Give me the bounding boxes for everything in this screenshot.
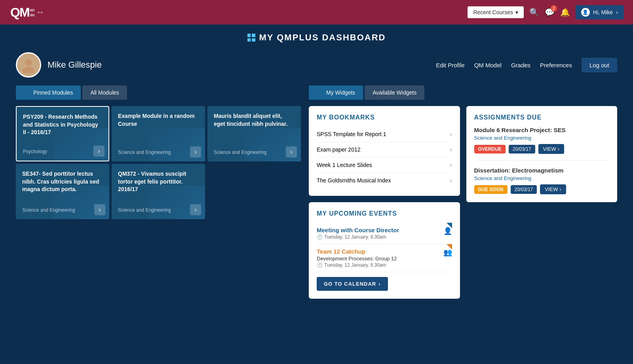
tab-available-widgets[interactable]: Available Widgets [365, 85, 424, 100]
main-content: MY QMPLUS DASHBOARD Mike Gillespie Edit … [0, 25, 633, 321]
event-item: Team 12 Catchup Development Processes: G… [317, 244, 452, 272]
assignments-widget: ASSIGNMENTS DUE Module 6 Research Projec… [466, 106, 618, 202]
tab-my-widgets[interactable]: My Widgets [309, 85, 363, 100]
bookmark-item[interactable]: Exam paper 2012 › [317, 142, 452, 157]
event-time: 🕐 Tuesday, 12 January, 9.30am [317, 234, 399, 240]
bookmark-arrow-icon: › [450, 146, 452, 153]
events-widget: MY UPCOMING EVENTS Meeting with Course D… [309, 202, 460, 299]
module-card[interactable]: SE347- Sed porttitor lectus nibh. Cras u… [16, 164, 109, 219]
view-assignment-button[interactable]: VIEW › [538, 144, 565, 154]
widgets-section: My Widgets Available Widgets MY BOOKMARK… [309, 85, 617, 305]
hi-label: Hi, Mike [593, 9, 613, 15]
module-card[interactable]: PSY209 - Research Methods and Statistics… [16, 106, 109, 161]
assignment-actions: DUE SOON 20/03/17 VIEW › [474, 184, 610, 194]
overdue-badge: OVERDUE [474, 145, 506, 154]
module-category: Psychology [23, 149, 102, 154]
assignments-title: ASSIGNMENTS DUE [474, 114, 610, 121]
tab-pinned-modules[interactable]: Pinned Modules [16, 85, 81, 100]
module-category: Science and Engineering [118, 207, 199, 213]
bookmark-item[interactable]: SPSS Template for Report 1 › [317, 127, 452, 142]
modules-section: Pinned Modules All Modules PSY209 - Rese… [16, 85, 301, 305]
bookmarks-widget: MY BOOKMARKS SPSS Template for Report 1 … [309, 106, 460, 196]
module-category: Science and Engineering [118, 150, 199, 155]
module-card[interactable]: QM372 - Vivamus suscipit tortor eget fel… [112, 164, 205, 219]
module-title: QM372 - Vivamus suscipit tortor eget fel… [118, 170, 199, 193]
content-area: Pinned Modules All Modules PSY209 - Rese… [16, 85, 617, 305]
bookmark-label: Exam paper 2012 [317, 146, 361, 153]
module-arrow-icon[interactable]: › [94, 204, 105, 215]
clock-icon: 🕐 [317, 262, 323, 268]
recent-courses-button[interactable]: Recent Courses ▾ [468, 6, 523, 18]
bookmark-item[interactable]: Week 1 Lecture Slides › [317, 157, 452, 173]
preferences-link[interactable]: Preferences [540, 62, 572, 68]
tab-all-modules[interactable]: All Modules [82, 85, 127, 100]
messages-icon[interactable]: 💬 2 [545, 8, 555, 17]
module-arrow-icon[interactable]: › [190, 204, 201, 215]
event-title[interactable]: Team 12 Catchup [317, 248, 397, 255]
calendar-arrow-icon: › [378, 281, 380, 287]
profile-actions: Edit Profile QM Model Grades Preferences… [436, 58, 617, 72]
modules-tab-bar: Pinned Modules All Modules [16, 85, 301, 100]
go-to-calendar-button[interactable]: GO TO CALENDAR › [317, 277, 388, 291]
module-title: Mauris blandit aliquet elit, eget tincid… [214, 112, 295, 128]
logout-button[interactable]: Log out [582, 58, 617, 72]
search-icon[interactable]: 🔍 [529, 8, 539, 17]
assignment-course[interactable]: Science and Engineering [474, 175, 610, 181]
svg-point-0 [25, 59, 32, 66]
assignments-widget-wrapper: ASSIGNMENTS DUE Module 6 Research Projec… [466, 106, 618, 305]
events-title: MY UPCOMING EVENTS [317, 210, 452, 217]
event-time: 🕐 Tuesday, 12 January, 9.30am [317, 262, 397, 268]
recent-courses-label: Recent Courses [473, 9, 513, 15]
avatar [16, 52, 41, 78]
bookmark-label: The Goldsmiths Musical Index [317, 177, 391, 184]
assignment-actions: OVERDUE 20/03/17 VIEW › [474, 144, 610, 154]
left-widgets: MY BOOKMARKS SPSS Template for Report 1 … [309, 106, 460, 305]
module-arrow-icon[interactable]: › [190, 146, 201, 157]
event-title[interactable]: Meeting with Course Director [317, 227, 399, 233]
module-grid: PSY209 - Research Methods and Statistics… [16, 106, 301, 219]
module-card[interactable]: Example Module in a random Course Scienc… [112, 106, 205, 161]
assignment-course[interactable]: Science and Engineering [474, 135, 610, 141]
module-title: SE347- Sed porttitor lectus nibh. Cras u… [22, 170, 103, 193]
logo[interactable]: QM ensu ↔ [10, 6, 44, 19]
notifications-icon[interactable]: 🔔 [560, 8, 570, 17]
bookmarks-title: MY BOOKMARKS [317, 114, 452, 121]
module-title: PSY209 - Research Methods and Statistics… [23, 113, 102, 136]
grades-link[interactable]: Grades [511, 62, 530, 68]
clock-icon: 🕐 [317, 234, 323, 240]
module-card[interactable]: Mauris blandit aliquet elit, eget tincid… [207, 106, 301, 161]
due-soon-badge: DUE SOON [474, 185, 508, 194]
module-arrow-icon[interactable]: › [93, 146, 105, 157]
username: Mike Gillespie [48, 60, 102, 70]
due-date-badge: 20/03/17 [509, 145, 535, 154]
event-flag-icon [447, 244, 452, 250]
user-menu-button[interactable]: 👤 Hi, Mike › [576, 5, 623, 19]
bookmark-arrow-icon: › [450, 177, 452, 184]
bookmark-label: SPSS Template for Report 1 [317, 131, 386, 137]
bookmark-label: Week 1 Lecture Slides [317, 162, 372, 168]
dashboard-title: MY QMPLUS DASHBOARD [16, 32, 617, 43]
module-category: Science and Engineering [214, 150, 295, 155]
view-assignment-button[interactable]: VIEW › [540, 184, 566, 194]
bookmark-item[interactable]: The Goldsmiths Musical Index › [317, 173, 452, 188]
assignment-title: Dissertation: Electromagnetism [474, 167, 610, 174]
profile-row: Mike Gillespie Edit Profile QM Model Gra… [16, 52, 617, 78]
assignment-item: Dissertation: Electromagnetism Science a… [474, 167, 610, 194]
messages-badge: 2 [551, 5, 557, 11]
bookmark-list: SPSS Template for Report 1 › Exam paper … [317, 127, 452, 188]
edit-profile-link[interactable]: Edit Profile [436, 62, 465, 68]
module-category: Science and Engineering [22, 207, 103, 213]
qm-model-link[interactable]: QM Model [474, 62, 502, 68]
svg-point-1 [23, 67, 34, 73]
bookmark-arrow-icon: › [450, 161, 452, 169]
top-navigation: QM ensu ↔ Recent Courses ▾ 🔍 💬 2 🔔 👤 Hi,… [0, 0, 633, 25]
view-arrow-icon: › [558, 146, 559, 152]
module-arrow-icon[interactable]: › [286, 146, 297, 157]
nav-right: Recent Courses ▾ 🔍 💬 2 🔔 👤 Hi, Mike › [468, 5, 623, 19]
dashboard-icon [247, 34, 255, 42]
widgets-tab-bar: My Widgets Available Widgets [309, 85, 617, 100]
event-subtitle: Development Processes: Group 12 [317, 256, 397, 262]
widgets-content: MY BOOKMARKS SPSS Template for Report 1 … [309, 106, 617, 305]
assignment-title: Module 6 Research Project: SES [474, 127, 610, 133]
chevron-down-icon: ▾ [515, 9, 518, 15]
